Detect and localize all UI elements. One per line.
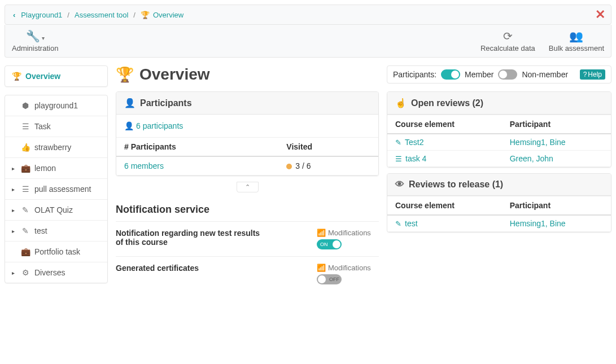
thumbs-up-icon: 👍 [21, 143, 30, 152]
col-participant: Participant [502, 115, 611, 134]
list-icon: ☰ [21, 185, 30, 194]
caret-right-icon: ▸ [12, 165, 16, 172]
table-row: 6 members 3 / 6 [116, 156, 378, 176]
user-icon: 👤 [124, 121, 134, 130]
breadcrumb-item-overview[interactable]: Overview [153, 11, 184, 19]
collapse-handle[interactable]: ⌃ [237, 182, 259, 192]
participants-link[interactable]: 👤6 participants [124, 121, 183, 130]
release-element-link[interactable]: ✎test [395, 219, 494, 228]
sidebar-item-playground1[interactable]: ⬢ playground1 [5, 95, 107, 116]
breadcrumb-item-assessment-tool[interactable]: Assessment tool [75, 11, 128, 19]
col-course-element: Course element [387, 196, 502, 216]
toolbar: 🔧▾ Administration ⟳ Recalculate data 👥 B… [5, 25, 611, 58]
members-link[interactable]: 6 members [124, 161, 164, 170]
briefcase-icon: 💼 [21, 164, 30, 173]
rss-icon: 📶 [317, 264, 326, 272]
bulk-assessment-button[interactable]: 👥 Bulk assessment [549, 29, 604, 52]
review-element-link[interactable]: ✎Test2 [395, 138, 494, 147]
share-icon: ⚙ [21, 268, 30, 277]
sidebar-overview[interactable]: 🏆 Overview [5, 66, 107, 86]
eye-slash-icon: 👁 [395, 179, 404, 190]
participants-filter: Participants: Member Non-member ?Help [387, 65, 611, 84]
open-reviews-panel: ☝ Open reviews (2) Course element Partic… [387, 91, 611, 168]
help-icon: ? [583, 71, 587, 78]
caret-right-icon: ▸ [12, 270, 16, 276]
release-participant-link[interactable]: Hemsing1, Bine [510, 219, 603, 228]
trophy-icon: 🏆 [141, 11, 150, 19]
sidebar-item-pull-assessment[interactable]: ▸ ☰ pull assessment [5, 179, 107, 200]
wrench-icon: 🔧 [26, 30, 40, 42]
review-participant-link[interactable]: Green, John [510, 154, 603, 163]
quiz-icon: ✎ [395, 138, 401, 147]
page-title: 🏆 Overview [116, 65, 210, 84]
briefcase-icon: 💼 [21, 247, 30, 256]
table-row: ☰task 4 Green, John [387, 151, 611, 167]
users-icon: 👥 [569, 29, 583, 43]
table-row: ✎test Hemsing1, Bine [387, 215, 611, 232]
caret-down-icon: ▾ [42, 35, 45, 41]
breadcrumb: ‹ Playground1 / Assessment tool / 🏆 Over… [11, 11, 184, 19]
course-icon: ⬢ [21, 101, 30, 110]
notification-row-test-results: Notification regarding new test results … [116, 221, 379, 256]
recalculate-button[interactable]: ⟳ Recalculate data [480, 29, 535, 52]
trophy-icon: 🏆 [12, 72, 21, 81]
sidebar: 🏆 Overview ⬢ playground1 ☰ Task 👍 strawb… [5, 65, 108, 291]
caret-right-icon: ▸ [12, 207, 16, 213]
sidebar-item-strawberry[interactable]: 👍 strawberry [5, 137, 107, 158]
col-visited: Visited [278, 138, 378, 157]
trophy-icon: 🏆 [116, 66, 134, 84]
col-course-element: Course element [387, 115, 502, 134]
sidebar-item-lemon[interactable]: ▸ 💼 lemon [5, 158, 107, 179]
sidebar-item-portfolio-task[interactable]: 💼 Portfolio task [5, 242, 107, 262]
breadcrumb-bar: ‹ Playground1 / Assessment tool / 🏆 Over… [5, 5, 611, 25]
list-icon: ☰ [21, 122, 30, 131]
notification-row-certificates: Generated certificates 📶Modifications OF… [116, 256, 379, 291]
toggle-test-results[interactable]: ON [317, 239, 342, 249]
notification-service-heading: Notification service [116, 204, 379, 216]
administration-button[interactable]: 🔧▾ Administration [12, 29, 58, 52]
rss-icon: 📶 [317, 229, 326, 237]
sidebar-item-olat-quiz[interactable]: ▸ ✎ OLAT Quiz [5, 200, 107, 221]
sidebar-item-task[interactable]: ☰ Task [5, 116, 107, 137]
toggle-nonmember[interactable] [498, 69, 517, 80]
list-icon: ☰ [395, 155, 402, 163]
pointer-icon: ☝ [395, 98, 407, 108]
breadcrumb-back-chevron[interactable]: ‹ [11, 11, 18, 19]
reviews-release-panel: 👁 Reviews to release (1) Course element … [387, 173, 611, 233]
review-participant-link[interactable]: Hemsing1, Bine [510, 138, 603, 147]
caret-right-icon: ▸ [12, 228, 16, 234]
table-row: ✎Test2 Hemsing1, Bine [387, 134, 611, 151]
quiz-icon: ✎ [395, 220, 401, 228]
user-icon: 👤 [124, 98, 136, 108]
help-button[interactable]: ?Help [580, 69, 605, 80]
close-icon[interactable]: ✕ [595, 7, 605, 22]
col-participant: Participant [502, 196, 611, 216]
quiz-icon: ✎ [21, 226, 30, 235]
review-element-link[interactable]: ☰task 4 [395, 154, 494, 163]
quiz-icon: ✎ [21, 205, 30, 214]
status-dot-amber [286, 164, 292, 169]
refresh-icon: ⟳ [503, 29, 513, 43]
sidebar-item-test[interactable]: ▸ ✎ test [5, 221, 107, 242]
breadcrumb-item-playground[interactable]: Playground1 [21, 11, 62, 19]
caret-right-icon: ▸ [12, 186, 16, 192]
col-participants-count: # Participants [116, 138, 278, 157]
toggle-member[interactable] [441, 69, 460, 80]
toggle-certificates[interactable]: OFF [317, 274, 342, 284]
sidebar-item-diverses[interactable]: ▸ ⚙ Diverses [5, 262, 107, 283]
participants-panel: 👤 Participants 👤6 participants # Partici… [116, 91, 379, 176]
